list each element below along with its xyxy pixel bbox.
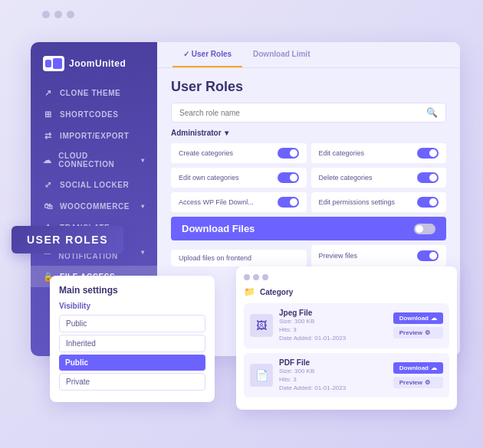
- dot-green: [67, 11, 74, 18]
- logo-icon: [43, 56, 64, 71]
- image-icon: 🖼: [256, 319, 267, 332]
- permission-preview-files: Preview files: [311, 245, 447, 267]
- permission-label: Edit permissions settings: [319, 198, 396, 206]
- permission-label: Delete categories: [319, 174, 373, 181]
- svg-rect-0: [45, 60, 51, 67]
- permission-delete-categories: Delete categories: [311, 168, 447, 188]
- visibility-option-inherited[interactable]: Inherited: [59, 335, 205, 352]
- admin-chevron-icon: ▾: [225, 129, 228, 137]
- sidebar-item-cloud-connection[interactable]: ☁ CLOUD CONNECTION ▾: [31, 146, 157, 174]
- download-files-label: Download Files: [182, 223, 255, 234]
- permission-access-wp-file: Access WP File Downl...: [171, 192, 307, 212]
- main-settings-panel: Main settings Visibility Public Inherite…: [50, 276, 215, 402]
- download-button-pdf[interactable]: Download ☁: [393, 362, 443, 374]
- file-item-pdf: 📄 PDF File Size: 300 KB Hits: 3 Date Add…: [244, 353, 449, 398]
- visibility-subtitle: Visibility: [59, 302, 205, 310]
- file-browser-panel: 📁 Category 🖼 Jpeg File Size: 300 KB Hits…: [236, 267, 457, 410]
- file-meta-pdf: Size: 300 KB Hits: 3 Date Added: 01-01-2…: [279, 367, 387, 393]
- share-icon: ↗: [43, 87, 54, 98]
- bag-icon: 🛍: [43, 201, 54, 211]
- file-actions-pdf: Download ☁ Preview ⚙: [393, 362, 443, 388]
- permission-label: Edit categories: [319, 149, 365, 157]
- toggle-edit-permissions[interactable]: [417, 197, 439, 208]
- permission-label: Preview files: [319, 252, 358, 260]
- permission-label: Create categories: [179, 149, 233, 157]
- search-icon: 🔍: [426, 107, 438, 118]
- sidebar-item-label: SHORTCODES: [60, 110, 119, 119]
- permission-edit-own-categories: Edit own categories: [171, 168, 307, 188]
- fb-dot-3: [262, 274, 268, 280]
- toggle-edit-own-categories[interactable]: [278, 172, 299, 183]
- visibility-option-public-1[interactable]: Public: [59, 315, 205, 332]
- file-info-jpeg: Jpeg File Size: 300 KB Hits: 3 Date Adde…: [279, 309, 387, 343]
- svg-rect-1: [53, 58, 62, 69]
- sidebar-item-woocommerce[interactable]: 🛍 WOOCOMMERCE ▾: [31, 195, 157, 217]
- upload-row: Upload files on frontend: [171, 250, 307, 267]
- user-roles-badge: USER ROLES: [12, 226, 123, 253]
- preview-button-jpeg[interactable]: Preview ⚙: [393, 327, 443, 338]
- file-name-pdf: PDF File: [279, 358, 387, 367]
- toggle-edit-categories[interactable]: [417, 148, 439, 159]
- search-input[interactable]: [179, 109, 426, 117]
- dot-red: [42, 11, 50, 18]
- arrows-icon: ⇄: [43, 130, 54, 141]
- toggle-download-files[interactable]: [414, 224, 435, 234]
- file-thumb-jpeg: 🖼: [250, 314, 273, 337]
- sidebar-item-label: CLOUD CONNECTION: [58, 152, 135, 168]
- permission-label: Access WP File Downl...: [179, 198, 254, 206]
- download-files-row: Download Files: [171, 217, 446, 240]
- search-bar: 🔍: [171, 103, 446, 123]
- file-name-jpeg: Jpeg File: [279, 309, 387, 317]
- fb-dot-1: [244, 274, 250, 280]
- file-browser-dots: [244, 274, 449, 280]
- permissions-grid: Create categories Edit categories Edit o…: [171, 143, 446, 240]
- dot-yellow: [54, 11, 62, 18]
- folder-label: 📁 Category: [244, 286, 449, 297]
- fb-dot-2: [253, 274, 259, 280]
- file-info-pdf: PDF File Size: 300 KB Hits: 3 Date Added…: [279, 358, 387, 393]
- permission-label: Edit own categories: [179, 174, 239, 181]
- share-icon: ⤢: [43, 179, 54, 190]
- cloud-icon: ☁: [43, 155, 52, 165]
- toggle-delete-categories[interactable]: [417, 172, 439, 183]
- admin-bar[interactable]: Administrator ▾: [171, 129, 446, 137]
- chevron-down-icon: ▾: [141, 157, 145, 164]
- grid-icon: ⊞: [43, 109, 54, 119]
- category-label: Category: [260, 288, 293, 296]
- tab-user-roles[interactable]: User Roles: [172, 42, 242, 67]
- tab-bar: User Roles Download Limit: [157, 42, 460, 68]
- permission-edit-permissions: Edit permissions settings: [311, 192, 447, 212]
- upload-label: Upload files on frontend: [179, 254, 251, 262]
- sidebar-item-label: WOOCOMMERCE: [60, 202, 130, 211]
- sidebar-item-label: IMPORT/EXPORT: [60, 132, 130, 140]
- visibility-option-public-selected[interactable]: Public: [59, 355, 205, 371]
- tab-download-limit[interactable]: Download Limit: [242, 42, 320, 67]
- settings-title: Main settings: [59, 285, 205, 296]
- sidebar-item-label: CLONE THEME: [60, 89, 120, 97]
- file-thumb-pdf: 📄: [250, 364, 273, 387]
- folder-icon: 📁: [244, 286, 255, 297]
- chevron-down-icon: ▾: [141, 203, 145, 210]
- sidebar-item-label: SOCIAL LOCKER: [60, 181, 129, 189]
- toggle-access-wp-file[interactable]: [278, 197, 299, 208]
- visibility-option-private[interactable]: Private: [59, 373, 205, 391]
- sidebar-item-social-locker[interactable]: ⤢ SOCIAL LOCKER: [31, 174, 157, 195]
- download-button-jpeg[interactable]: Download ☁: [393, 312, 443, 324]
- preview-button-pdf[interactable]: Preview ⚙: [393, 377, 443, 388]
- admin-label: Administrator: [171, 129, 222, 137]
- toggle-create-categories[interactable]: [278, 148, 299, 159]
- sidebar-item-import-export[interactable]: ⇄ IMPORT/EXPORT: [31, 125, 157, 146]
- pdf-icon: 📄: [255, 369, 268, 381]
- file-meta-jpeg: Size: 300 KB Hits: 3 Date Added: 01-01-2…: [279, 317, 387, 343]
- page-title: User Roles: [171, 79, 446, 95]
- file-item-jpeg: 🖼 Jpeg File Size: 300 KB Hits: 3 Date Ad…: [244, 303, 449, 348]
- sidebar-item-clone-theme[interactable]: ↗ CLONE THEME: [31, 82, 157, 103]
- logo-text: JoomUnited: [69, 58, 126, 69]
- file-actions-jpeg: Download ☁ Preview ⚙: [393, 312, 443, 338]
- permission-create-categories: Create categories: [171, 143, 307, 163]
- sidebar-item-shortcodes[interactable]: ⊞ SHORTCODES: [31, 103, 157, 125]
- permission-edit-categories: Edit categories: [311, 143, 447, 163]
- window-controls: [42, 11, 74, 18]
- chevron-down-icon: ▾: [141, 249, 145, 256]
- toggle-preview-files[interactable]: [417, 250, 439, 261]
